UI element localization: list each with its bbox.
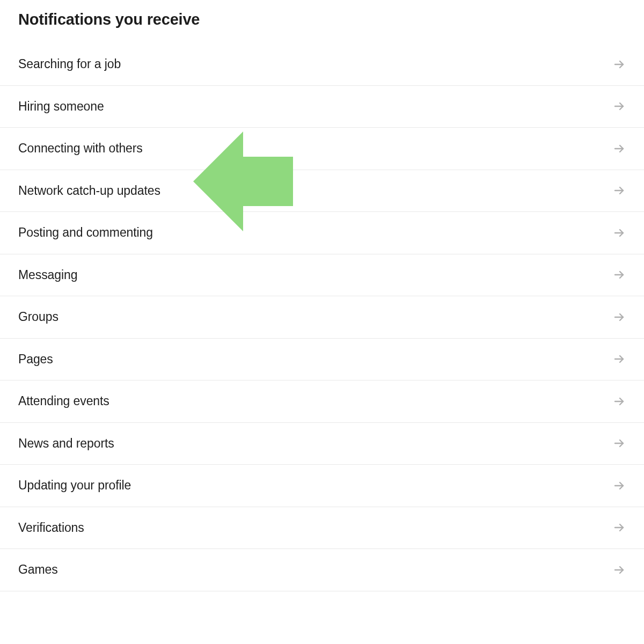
list-item-label: Verifications bbox=[18, 521, 84, 535]
page-title: Notifications you receive bbox=[0, 11, 644, 43]
arrow-right-icon bbox=[613, 226, 626, 239]
list-item-updating-your-profile[interactable]: Updating your profile bbox=[0, 465, 644, 507]
list-item-searching-for-a-job[interactable]: Searching for a job bbox=[0, 43, 644, 86]
list-item-messaging[interactable]: Messaging bbox=[0, 254, 644, 297]
arrow-right-icon bbox=[613, 479, 626, 492]
arrow-right-icon bbox=[613, 353, 626, 365]
arrow-right-icon bbox=[613, 437, 626, 450]
list-item-games[interactable]: Games bbox=[0, 549, 644, 591]
list-item-label: Groups bbox=[18, 310, 58, 324]
list-item-label: Connecting with others bbox=[18, 141, 143, 156]
settings-container: Notifications you receive Searching for … bbox=[0, 0, 644, 591]
arrow-right-icon bbox=[613, 100, 626, 113]
list-item-pages[interactable]: Pages bbox=[0, 339, 644, 381]
list-item-groups[interactable]: Groups bbox=[0, 296, 644, 339]
list-item-verifications[interactable]: Verifications bbox=[0, 507, 644, 550]
list-item-connecting-with-others[interactable]: Connecting with others bbox=[0, 128, 644, 170]
arrow-right-icon bbox=[613, 564, 626, 576]
arrow-right-icon bbox=[613, 142, 626, 155]
arrow-right-icon bbox=[613, 521, 626, 534]
list-item-label: Games bbox=[18, 562, 58, 577]
arrow-right-icon bbox=[613, 311, 626, 324]
list-item-label: Hiring someone bbox=[18, 99, 104, 114]
arrow-right-icon bbox=[613, 58, 626, 71]
list-item-label: Pages bbox=[18, 352, 53, 367]
list-item-label: News and reports bbox=[18, 436, 114, 451]
list-item-news-and-reports[interactable]: News and reports bbox=[0, 423, 644, 465]
list-item-label: Updating your profile bbox=[18, 478, 131, 493]
list-item-posting-and-commenting[interactable]: Posting and commenting bbox=[0, 212, 644, 254]
arrow-right-icon bbox=[613, 184, 626, 197]
list-item-label: Network catch-up updates bbox=[18, 184, 160, 198]
arrow-right-icon bbox=[613, 268, 626, 281]
list-item-label: Posting and commenting bbox=[18, 225, 153, 240]
arrow-right-icon bbox=[613, 395, 626, 408]
list-item-network-catch-up-updates[interactable]: Network catch-up updates bbox=[0, 170, 644, 213]
list-item-attending-events[interactable]: Attending events bbox=[0, 380, 644, 423]
list-item-hiring-someone[interactable]: Hiring someone bbox=[0, 86, 644, 128]
list-item-label: Searching for a job bbox=[18, 57, 121, 71]
list-item-label: Attending events bbox=[18, 394, 109, 408]
list-item-label: Messaging bbox=[18, 268, 77, 282]
notifications-list: Searching for a jobHiring someoneConnect… bbox=[0, 43, 644, 591]
